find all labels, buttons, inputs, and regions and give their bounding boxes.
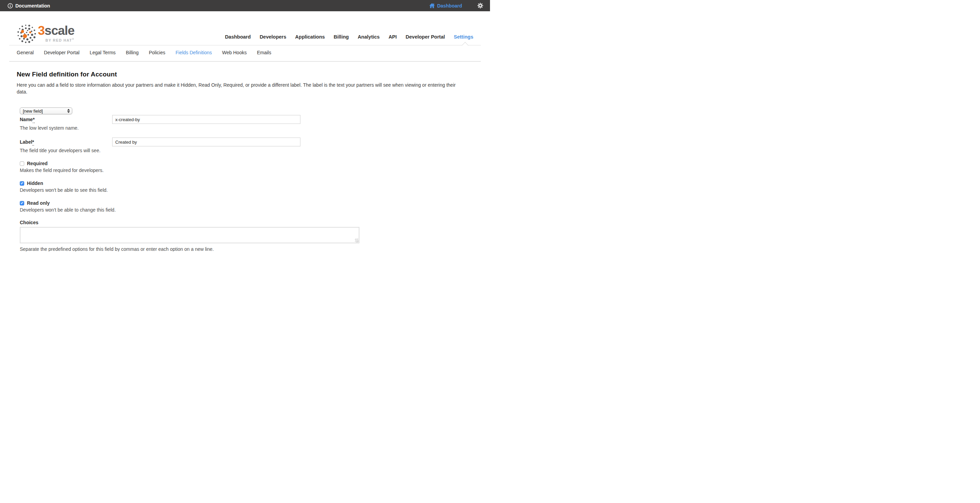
documentation-link[interactable]: Documentation bbox=[8, 3, 50, 8]
select-arrows-icon bbox=[67, 109, 70, 113]
logo-3: 3 bbox=[38, 24, 45, 38]
field-select-value: [new field] bbox=[23, 109, 67, 113]
required-checkbox-row[interactable]: Required bbox=[20, 161, 473, 166]
label-label: Label* bbox=[20, 139, 112, 145]
subnav-policies[interactable]: Policies bbox=[149, 50, 165, 55]
dashboard-link[interactable]: Dashboard bbox=[429, 3, 462, 8]
nav-dashboard[interactable]: Dashboard bbox=[225, 34, 251, 40]
main-container: 3scale BY RED HAT® Dashboard Developers … bbox=[9, 11, 481, 251]
read-only-checkbox-label: Read only bbox=[27, 200, 50, 206]
hidden-checkbox[interactable] bbox=[20, 181, 24, 186]
subnav-row: General Developer Portal Legal Terms Bil… bbox=[9, 45, 481, 62]
choices-textarea[interactable] bbox=[20, 227, 360, 243]
name-input[interactable] bbox=[112, 115, 301, 124]
required-group: Required Makes the field required for de… bbox=[20, 161, 473, 173]
page-title: New Field definition for Account bbox=[17, 71, 473, 78]
required-hint: Makes the field required for developers. bbox=[20, 168, 473, 173]
logo[interactable]: 3scale BY RED HAT® bbox=[17, 24, 74, 45]
sub-nav: General Developer Portal Legal Terms Bil… bbox=[17, 50, 473, 61]
subnav-fields-definitions[interactable]: Fields Definitions bbox=[176, 50, 212, 55]
subnav-emails[interactable]: Emails bbox=[257, 50, 271, 55]
field-definition-form: [new field] Name* The low level system n… bbox=[20, 107, 473, 251]
header-row: 3scale BY RED HAT® Dashboard Developers … bbox=[9, 11, 481, 45]
name-field-row: Name* bbox=[20, 115, 473, 124]
subnav-billing[interactable]: Billing bbox=[126, 50, 138, 55]
documentation-label: Documentation bbox=[15, 3, 50, 8]
nav-applications[interactable]: Applications bbox=[295, 34, 325, 40]
page-description: Here you can add a field to store inform… bbox=[17, 82, 458, 95]
choices-group: Choices Separate the predefined options … bbox=[20, 220, 473, 251]
label-field-row: Label* bbox=[20, 137, 473, 146]
nav-settings[interactable]: Settings bbox=[454, 34, 473, 40]
choices-textarea-wrap bbox=[20, 227, 360, 243]
name-label: Name* bbox=[20, 117, 112, 122]
content: New Field definition for Account Here yo… bbox=[9, 62, 481, 251]
read-only-checkbox[interactable] bbox=[20, 201, 24, 206]
gear-button[interactable] bbox=[477, 3, 483, 8]
read-only-checkbox-row[interactable]: Read only bbox=[20, 200, 473, 206]
choices-label: Choices bbox=[20, 220, 473, 225]
required-asterisk: * bbox=[33, 117, 35, 123]
nav-developer-portal[interactable]: Developer Portal bbox=[406, 34, 445, 40]
required-asterisk: * bbox=[32, 139, 34, 146]
home-icon bbox=[429, 3, 435, 8]
label-input[interactable] bbox=[112, 137, 301, 146]
read-only-group: Read only Developers won't be able to ch… bbox=[20, 200, 473, 212]
read-only-hint: Developers won't be able to change this … bbox=[20, 207, 473, 212]
subnav-general[interactable]: General bbox=[17, 50, 34, 55]
nav-analytics[interactable]: Analytics bbox=[358, 34, 380, 40]
logo-text: 3scale BY RED HAT® bbox=[38, 25, 74, 42]
hidden-checkbox-row[interactable]: Hidden bbox=[20, 180, 473, 186]
topbar: Documentation Dashboard bbox=[0, 0, 490, 11]
name-hint: The low level system name. bbox=[20, 125, 473, 131]
hidden-group: Hidden Developers won't be able to see t… bbox=[20, 180, 473, 193]
main-nav: Dashboard Developers Applications Billin… bbox=[225, 34, 473, 40]
required-checkbox-label: Required bbox=[27, 161, 48, 166]
info-icon bbox=[8, 3, 13, 8]
choices-hint: Separate the predefined options for this… bbox=[20, 246, 223, 251]
nav-billing[interactable]: Billing bbox=[334, 34, 349, 40]
hidden-checkbox-label: Hidden bbox=[27, 180, 43, 186]
label-hint: The field title your developers will see… bbox=[20, 148, 473, 153]
logo-wordmark: 3scale bbox=[38, 25, 74, 37]
logo-scale: scale bbox=[45, 24, 75, 38]
logo-byline: BY RED HAT® bbox=[45, 38, 74, 42]
subnav-developer-portal[interactable]: Developer Portal bbox=[44, 50, 80, 55]
subnav-web-hooks[interactable]: Web Hooks bbox=[222, 50, 247, 55]
hidden-hint: Developers won't be able to see this fie… bbox=[20, 187, 473, 193]
required-checkbox[interactable] bbox=[20, 161, 24, 166]
field-select[interactable]: [new field] bbox=[20, 107, 72, 114]
dashboard-link-label: Dashboard bbox=[437, 3, 462, 8]
registered-mark: ® bbox=[72, 38, 75, 40]
nav-developers[interactable]: Developers bbox=[259, 34, 286, 40]
nav-api[interactable]: API bbox=[388, 34, 396, 40]
gear-icon bbox=[477, 3, 483, 8]
topbar-right: Dashboard bbox=[429, 3, 483, 8]
page: Documentation Dashboard bbox=[0, 0, 490, 251]
subnav-legal-terms[interactable]: Legal Terms bbox=[90, 50, 116, 55]
logo-mark bbox=[17, 24, 37, 44]
